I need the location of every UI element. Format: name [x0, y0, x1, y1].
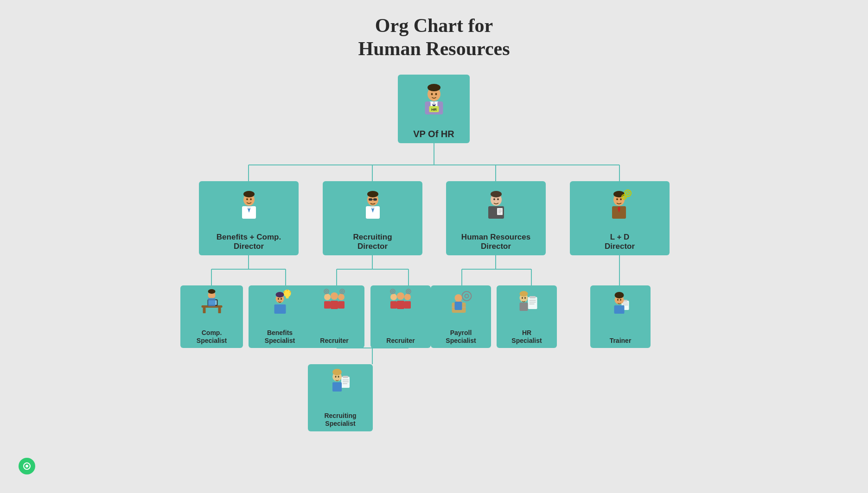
svg-point-128: [615, 292, 624, 298]
svg-point-130: [620, 299, 621, 301]
svg-point-139: [335, 376, 337, 378]
svg-rect-90: [338, 301, 345, 309]
svg-point-54: [491, 191, 502, 197]
svg-point-89: [338, 294, 345, 300]
svg-point-120: [522, 297, 523, 299]
svg-point-118: [520, 291, 528, 297]
svg-point-108: [462, 291, 472, 301]
svg-point-64: [626, 192, 629, 195]
svg-rect-69: [218, 308, 221, 313]
svg-point-102: [392, 291, 394, 292]
svg-point-92: [326, 291, 327, 292]
ld-director-node: L + DDirector: [570, 181, 670, 255]
payroll-specialist-node: PayrollSpecialist: [431, 285, 491, 348]
svg-point-94: [341, 291, 343, 292]
svg-rect-68: [203, 308, 205, 313]
svg-point-103: [406, 289, 411, 294]
svg-rect-126: [614, 305, 625, 314]
svg-point-87: [324, 294, 331, 300]
page-title: Org Chart forHuman Resources: [358, 14, 510, 75]
svg-rect-46: [373, 198, 377, 201]
benefits-specialist-label: BenefitsSpecialist: [265, 329, 295, 345]
bottom-status-icon[interactable]: [19, 458, 35, 474]
recruiter1-label: Recruiter: [320, 337, 348, 345]
svg-point-39: [250, 198, 252, 200]
svg-point-61: [616, 198, 618, 200]
svg-point-62: [620, 198, 622, 200]
svg-rect-132: [343, 376, 348, 378]
benefits-comp-node: Benefits + Comp.Director: [199, 181, 299, 255]
benefits-comp-label: Benefits + Comp.Director: [217, 233, 281, 252]
svg-point-101: [390, 289, 395, 294]
svg-point-66: [623, 196, 625, 198]
svg-point-91: [324, 289, 329, 294]
svg-point-95: [397, 292, 404, 300]
recruiter2-node: Recruiter: [370, 285, 431, 348]
comp-specialist-label: Comp.Specialist: [197, 329, 227, 345]
org-chart: HR VP Of HR: [156, 75, 712, 436]
trainer-node: Trainer: [590, 285, 651, 348]
svg-point-110: [455, 294, 462, 302]
payroll-specialist-label: PayrollSpecialist: [446, 329, 476, 345]
svg-point-137: [332, 369, 342, 375]
svg-point-37: [243, 191, 255, 197]
svg-rect-77: [286, 297, 288, 298]
svg-point-44: [367, 191, 378, 197]
svg-point-30: [435, 93, 437, 95]
svg-point-82: [275, 292, 284, 297]
svg-point-104: [408, 291, 409, 292]
hr-specialist-node: HRSpecialist: [497, 285, 557, 348]
hr-specialist-label: HRSpecialist: [511, 329, 542, 345]
svg-point-140: [338, 376, 339, 378]
ld-director-label: L + DDirector: [605, 233, 635, 252]
hr-director-node: Human ResourcesDirector: [446, 181, 546, 255]
svg-rect-98: [390, 301, 397, 309]
svg-rect-86: [331, 301, 338, 309]
svg-rect-131: [341, 377, 350, 388]
recruiting-director-label: RecruitingDirector: [353, 233, 392, 252]
svg-point-93: [340, 289, 345, 294]
svg-rect-111: [455, 302, 462, 310]
svg-point-121: [524, 297, 526, 299]
svg-point-29: [431, 93, 433, 95]
recruiter2-label: Recruiter: [386, 337, 415, 345]
vp-hr-node: HR VP Of HR: [398, 75, 470, 143]
trainer-label: Trainer: [610, 337, 632, 345]
svg-rect-45: [369, 198, 372, 201]
svg-point-97: [390, 294, 397, 300]
svg-rect-88: [324, 301, 331, 309]
vp-hr-label: VP Of HR: [413, 129, 454, 139]
svg-point-56: [497, 198, 499, 200]
svg-rect-138: [332, 382, 342, 392]
svg-rect-100: [404, 301, 411, 309]
svg-point-129: [617, 299, 619, 301]
benefits-specialist-node: BenefitsSpecialist: [249, 285, 311, 348]
svg-point-73: [208, 289, 215, 294]
comp-specialist-node: Comp.Specialist: [180, 285, 243, 348]
svg-rect-75: [274, 304, 286, 314]
recruiting-specialist-node: RecruitingSpecialist: [308, 364, 373, 431]
recruiting-director-node: RecruitingDirector: [323, 181, 422, 255]
recruiter1-node: Recruiter: [304, 285, 364, 348]
svg-point-83: [278, 298, 279, 300]
recruiting-specialist-label: RecruitingSpecialist: [324, 412, 356, 428]
svg-point-85: [331, 292, 338, 300]
svg-point-109: [465, 294, 469, 298]
svg-text:HR: HR: [431, 107, 437, 112]
svg-point-142: [26, 465, 28, 468]
svg-point-99: [404, 294, 411, 300]
svg-rect-113: [530, 296, 536, 298]
svg-point-55: [493, 198, 495, 200]
svg-rect-112: [528, 297, 537, 309]
svg-point-84: [281, 298, 282, 300]
hr-director-label: Human ResourcesDirector: [461, 233, 530, 252]
svg-rect-119: [520, 303, 528, 311]
svg-rect-74: [208, 298, 215, 306]
svg-rect-96: [397, 301, 404, 309]
vp-hr-icon: HR: [416, 77, 451, 116]
svg-point-28: [428, 84, 440, 91]
svg-point-38: [246, 198, 248, 200]
